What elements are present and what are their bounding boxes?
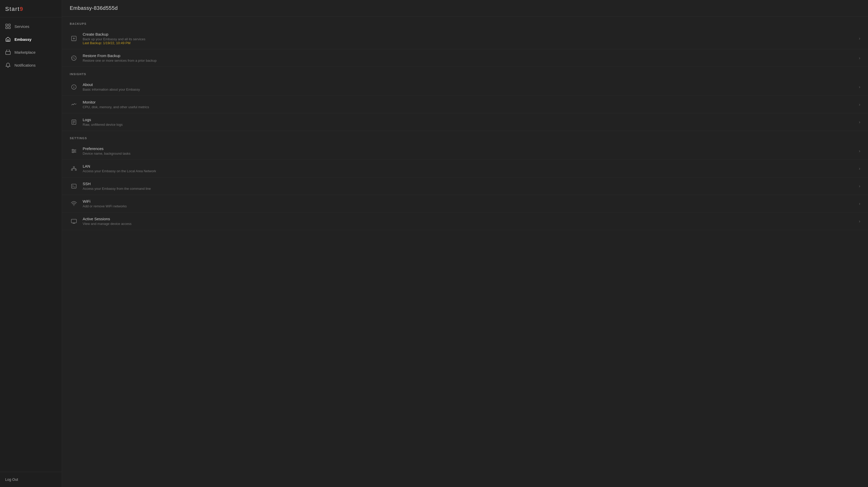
monitor-subtitle: CPU, disk, memory, and other useful metr… xyxy=(83,105,857,109)
sidebar: Start9 Services Emba xyxy=(0,0,62,487)
wifi-subtitle: Add or remove WiFi networks xyxy=(83,204,857,208)
wifi-content: WiFi Add or remove WiFi networks xyxy=(83,199,857,208)
content-area: BACKUPS Create Backup Back up your Embas… xyxy=(62,17,868,487)
chevron-right-icon: › xyxy=(859,219,860,224)
svg-rect-3 xyxy=(8,27,10,29)
chevron-right-icon: › xyxy=(859,120,860,125)
logo-area: Start9 xyxy=(0,0,62,17)
ssh-item[interactable]: SSH Access your Embassy from the command… xyxy=(62,177,868,195)
svg-rect-5 xyxy=(7,40,9,41)
ssh-icon xyxy=(70,182,78,190)
ssh-title: SSH xyxy=(83,182,857,186)
about-content: About Basic information about your Embas… xyxy=(83,83,857,91)
logs-icon xyxy=(70,118,78,126)
monitor-title: Monitor xyxy=(83,100,857,104)
ssh-subtitle: Access your Embassy from the command lin… xyxy=(83,187,857,191)
logo: Start9 xyxy=(5,6,57,12)
sidebar-item-embassy[interactable]: Embassy xyxy=(0,33,62,46)
wifi-icon xyxy=(70,200,78,208)
lan-item[interactable]: LAN Access your Embassy on the Local Are… xyxy=(62,160,868,177)
svg-point-16 xyxy=(72,152,74,153)
svg-point-15 xyxy=(74,151,75,152)
svg-rect-19 xyxy=(75,169,76,170)
restore-backup-content: Restore From Backup Restore one or more … xyxy=(83,54,857,63)
sidebar-item-marketplace[interactable]: Marketplace xyxy=(0,46,62,59)
backups-section-header: BACKUPS xyxy=(62,17,868,28)
grid-icon xyxy=(5,24,11,29)
last-backup-time: Last Backup: 1/19/22, 10:49 PM xyxy=(83,41,857,45)
preferences-content: Preferences Device name, background task… xyxy=(83,147,857,156)
svg-rect-17 xyxy=(71,169,72,170)
lan-icon xyxy=(70,164,78,173)
create-backup-subtitle: Back up your Embassy and all its service… xyxy=(83,37,857,41)
bell-icon xyxy=(5,62,11,68)
svg-marker-4 xyxy=(6,37,10,41)
create-backup-content: Create Backup Back up your Embassy and a… xyxy=(83,32,857,45)
sidebar-item-label-embassy: Embassy xyxy=(14,37,32,41)
sidebar-item-notifications[interactable]: Notifications xyxy=(0,59,62,71)
chevron-right-icon: › xyxy=(859,85,860,89)
svg-rect-0 xyxy=(6,24,7,26)
svg-rect-6 xyxy=(6,52,10,55)
nav-items: Services Embassy Marketplace xyxy=(0,17,62,472)
chevron-right-icon: › xyxy=(859,201,860,206)
restore-icon xyxy=(70,54,78,62)
ssh-content: SSH Access your Embassy from the command… xyxy=(83,182,857,191)
monitor-content: Monitor CPU, disk, memory, and other use… xyxy=(83,100,857,109)
chevron-right-icon: › xyxy=(859,102,860,107)
marketplace-icon xyxy=(5,49,11,55)
svg-rect-2 xyxy=(6,27,7,29)
svg-rect-1 xyxy=(8,24,10,26)
svg-point-14 xyxy=(72,149,73,150)
logs-content: Logs Raw, unfiltered device logs xyxy=(83,118,857,127)
create-backup-title: Create Backup xyxy=(83,32,857,36)
svg-point-9 xyxy=(74,86,74,86)
chevron-right-icon: › xyxy=(859,184,860,189)
svg-rect-22 xyxy=(71,219,76,223)
chevron-right-icon: › xyxy=(859,56,860,60)
active-sessions-content: Active Sessions View and manage device a… xyxy=(83,217,857,226)
active-sessions-item[interactable]: Active Sessions View and manage device a… xyxy=(62,213,868,230)
lan-title: LAN xyxy=(83,164,857,168)
chevron-right-icon: › xyxy=(859,36,860,41)
sidebar-item-label-services: Services xyxy=(14,24,29,29)
embassy-icon xyxy=(5,36,11,42)
sidebar-item-label-marketplace: Marketplace xyxy=(14,50,36,55)
insights-section-header: INSIGHTS xyxy=(62,67,868,78)
backup-icon xyxy=(70,34,78,43)
svg-rect-18 xyxy=(73,167,75,168)
chevron-right-icon: › xyxy=(859,149,860,153)
create-backup-item[interactable]: Create Backup Back up your Embassy and a… xyxy=(62,28,868,49)
lan-content: LAN Access your Embassy on the Local Are… xyxy=(83,164,857,173)
about-title: About xyxy=(83,83,857,87)
preferences-item[interactable]: Preferences Device name, background task… xyxy=(62,142,868,160)
preferences-title: Preferences xyxy=(83,147,857,151)
sidebar-item-label-notifications: Notifications xyxy=(14,63,36,67)
active-sessions-title: Active Sessions xyxy=(83,217,857,221)
page-title: Embassy-836d555d xyxy=(70,5,860,11)
wifi-title: WiFi xyxy=(83,199,857,203)
logs-subtitle: Raw, unfiltered device logs xyxy=(83,123,857,127)
active-sessions-subtitle: View and manage device access xyxy=(83,222,857,226)
logs-item[interactable]: Logs Raw, unfiltered device logs › xyxy=(62,113,868,131)
lan-subtitle: Access your Embassy on the Local Area Ne… xyxy=(83,169,857,173)
monitor-item[interactable]: Monitor CPU, disk, memory, and other use… xyxy=(62,96,868,113)
wifi-item[interactable]: WiFi Add or remove WiFi networks › xyxy=(62,195,868,213)
logs-title: Logs xyxy=(83,118,857,122)
restore-backup-item[interactable]: Restore From Backup Restore one or more … xyxy=(62,49,868,67)
logout-button[interactable]: Log Out xyxy=(5,478,18,482)
settings-section-header: SETTINGS xyxy=(62,131,868,142)
sessions-icon xyxy=(70,217,78,225)
main-content: Embassy-836d555d BACKUPS Create Backup B… xyxy=(62,0,868,487)
sidebar-item-services[interactable]: Services xyxy=(0,20,62,33)
logout-area: Log Out xyxy=(0,472,62,487)
restore-backup-subtitle: Restore one or more services from a prio… xyxy=(83,59,857,63)
svg-point-21 xyxy=(74,205,74,205)
top-bar: Embassy-836d555d xyxy=(62,0,868,17)
preferences-subtitle: Device name, background tasks xyxy=(83,152,857,156)
preferences-icon xyxy=(70,147,78,155)
about-subtitle: Basic information about your Embassy xyxy=(83,88,857,91)
about-item[interactable]: About Basic information about your Embas… xyxy=(62,78,868,96)
restore-backup-title: Restore From Backup xyxy=(83,54,857,58)
svg-rect-20 xyxy=(71,184,76,188)
